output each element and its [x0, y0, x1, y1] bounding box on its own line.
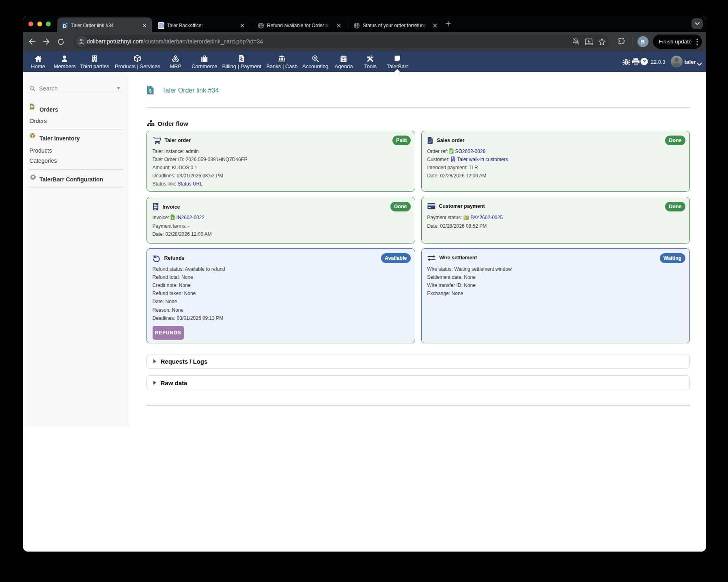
svg-text:$: $: [314, 56, 316, 60]
svg-text:$: $: [241, 58, 243, 61]
svg-text:$: $: [149, 89, 152, 93]
svg-text:$: $: [172, 217, 174, 220]
svg-text:?: ?: [642, 59, 646, 65]
